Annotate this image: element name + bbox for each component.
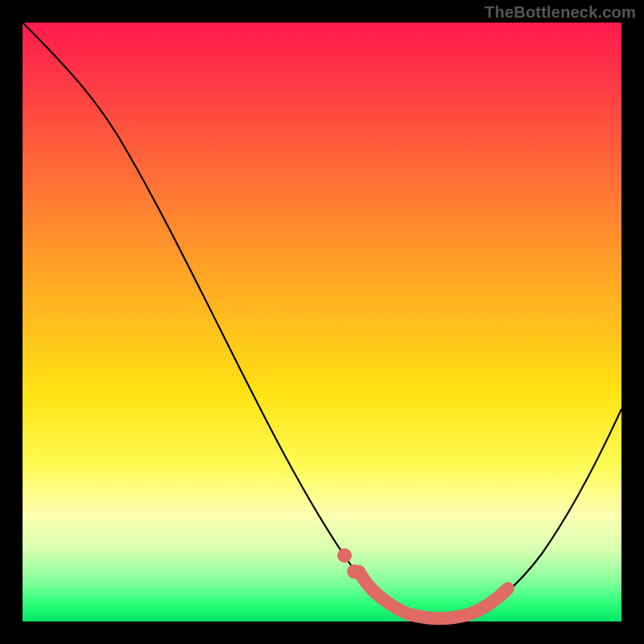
watermark-text: TheBottleneck.com xyxy=(485,3,636,22)
bottleneck-curve xyxy=(23,23,621,618)
plot-area xyxy=(23,23,621,621)
curve-svg xyxy=(23,23,621,621)
highlight-dot-lower xyxy=(347,564,361,579)
highlight-segment xyxy=(359,572,508,618)
highlight-dot-upper xyxy=(337,548,352,563)
chart-frame: TheBottleneck.com xyxy=(0,0,644,644)
